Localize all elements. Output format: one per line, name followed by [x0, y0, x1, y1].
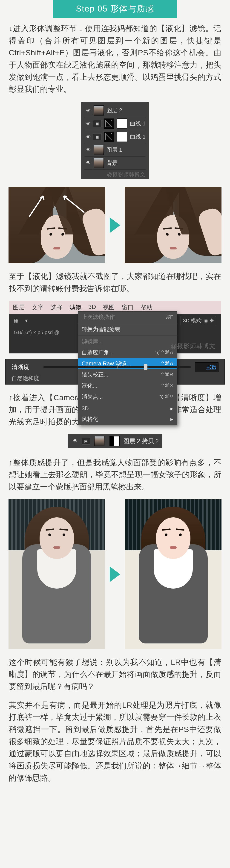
photo-after-full: [125, 499, 222, 649]
layer-name: 曲线 1: [129, 120, 146, 127]
compare-full: [0, 499, 230, 649]
dropdown-item-label: 滤镜库...: [82, 338, 103, 345]
layer-row[interactable]: 👁 图层 2: [84, 104, 146, 117]
clarity-slider[interactable]: [43, 366, 191, 368]
filter-dropdown[interactable]: 上次滤镜操作⌘F转换为智能滤镜滤镜库...自适应广角...て⇧⌘ACamera …: [78, 311, 177, 425]
layer-name: 背景: [106, 159, 146, 167]
dropdown-item-label: 自适应广角...: [82, 349, 114, 356]
dropdown-item-label: 镜头校正...: [82, 371, 108, 378]
layers-panel: 👁 图层 2 👁 ▣ 曲线 1 👁 ▣ 曲线 1 👁 图层 1 👁 背景: [81, 102, 149, 179]
paragraph-1: ↓进入形体调整环节，使用连我妈都知道的【液化】滤镜。记得盖印（合并所有可见图层到…: [0, 22, 230, 95]
dropdown-item: 上次滤镜操作⌘F: [78, 311, 177, 322]
menu-item[interactable]: 图层: [13, 303, 25, 311]
adjustment-icon: ▣: [93, 133, 102, 140]
menu-item[interactable]: 文字: [32, 303, 44, 311]
visibility-icon[interactable]: 👁: [84, 120, 92, 127]
watermark-2: @摄影师韩博文: [171, 342, 216, 350]
shortcut-label: ⇧⌘X: [160, 383, 173, 389]
dropdown-item-label: 上次滤镜操作: [82, 313, 115, 321]
compare-head: [0, 187, 230, 263]
shortcut-label: ⌘F: [165, 314, 173, 320]
layer-row[interactable]: 👁 背景: [84, 157, 146, 170]
paragraph-6: 其实并不是有病，而是最开始的LR处理是为照片打底，就像打底裤一样，毕竟太过于紧绷…: [0, 699, 230, 784]
layer-row[interactable]: 👁 ▣ 曲线 1: [84, 117, 146, 130]
visibility-icon[interactable]: 👁: [84, 160, 92, 166]
layer-row[interactable]: 👁 ▣ 曲线 1: [84, 130, 146, 144]
dropdown-item[interactable]: 风格化: [78, 413, 177, 425]
visibility-icon[interactable]: 👁: [84, 147, 92, 153]
layer-strip-name: 图层 2 拷贝 2: [123, 437, 159, 445]
curves-thumb: [104, 132, 114, 142]
menu-item[interactable]: 选择: [50, 303, 63, 311]
smartfilter-icon: ▣: [82, 438, 90, 445]
layer-thumb: [93, 158, 104, 168]
dropdown-item[interactable]: 液化...⇧⌘X: [78, 380, 177, 391]
layer-name: 曲线 1: [129, 133, 146, 141]
shortcut-label: ⇧⌘R: [160, 372, 173, 378]
layer-name: 图层 1: [106, 146, 146, 154]
paragraph-4: ↑整体质感提升了，但是我感觉人物面部受的影响有点多，不想让她看上去那么硬朗，毕竟…: [0, 457, 230, 493]
menu-item[interactable]: 滤镜: [70, 303, 81, 311]
menu-separator: [78, 403, 177, 403]
layer-thumb: [93, 145, 104, 155]
menu-item[interactable]: 视图: [103, 303, 115, 311]
dropdown-item[interactable]: 镜头校正...⇧⌘R: [78, 369, 177, 380]
dropdown-item[interactable]: 自适应广角...て⇧⌘A: [78, 347, 177, 358]
grid-icon: ▦: [14, 318, 18, 324]
dropdown-item-label: Camera Raw 滤镜...: [82, 360, 131, 367]
dropdown-item[interactable]: 消失点...て⌘V: [78, 391, 177, 402]
layer-name: 图层 2: [106, 107, 146, 114]
menu-item[interactable]: 帮助: [141, 303, 152, 311]
dropdown-item: 滤镜库...: [78, 336, 177, 347]
clarity-value[interactable]: +35: [195, 363, 219, 372]
adjustment-icon: ▣: [93, 120, 102, 127]
pan-icon: ✥: [209, 318, 214, 324]
step-header: Step 05 形体与质感: [53, 0, 177, 18]
mask-thumb: [117, 132, 127, 142]
watermark-1: @摄影师韩博文: [84, 171, 146, 178]
shortcut-label: ⇧⌘A: [160, 361, 173, 367]
dropdown-item-label: 消失点...: [82, 393, 103, 400]
paragraph-2: 至于【液化】滤镜我就不截图了，大家都知道在哪找吧，实在找不到的请转账付费我告诉你…: [0, 270, 230, 294]
visibility-icon[interactable]: 👁: [71, 438, 79, 444]
layer-mask-thumb: [110, 436, 120, 446]
3d-mode-label: 3D 模式:: [183, 317, 202, 324]
layer-row[interactable]: 👁 图层 1: [84, 144, 146, 157]
dropdown-item-label: 风格化: [82, 415, 98, 423]
layer-thumb: [94, 436, 105, 446]
photo-before-full: [8, 499, 105, 649]
shortcut-label: て⌘V: [159, 393, 173, 400]
dropdown-item-label: 液化...: [82, 382, 97, 390]
3d-mode-button[interactable]: 3D 模式: ◎ ✥: [181, 316, 216, 325]
mask-thumb: [117, 119, 127, 129]
visibility-icon[interactable]: 👁: [84, 107, 92, 114]
photo-before-head: [8, 187, 105, 263]
dropdown-item-label: 3D: [82, 405, 89, 412]
menu-separator: [78, 335, 177, 336]
clarity-label: 清晰度: [11, 363, 39, 371]
photo-after-head: [125, 187, 222, 263]
ps-filter-menu: 图层文字选择滤镜3D视图窗口帮助 ▦ ▾ 3D 模式: ◎ ✥ GB/16*) …: [9, 301, 221, 353]
dropdown-item-label: 转换为智能滤镜: [82, 326, 120, 333]
dropdown-item[interactable]: 转换为智能滤镜: [78, 324, 177, 335]
dropdown-item[interactable]: 3D: [78, 403, 177, 413]
menu-item[interactable]: 3D: [88, 303, 96, 311]
paragraph-5: 这个时候可能有猴子想说：别以为我不知道，LR中也有【清晰度】的调节，为什么不在最…: [0, 656, 230, 692]
layer-strip: 👁 ▣ 图层 2 拷贝 2: [68, 434, 163, 448]
layer-thumb: [93, 105, 104, 116]
visibility-icon[interactable]: 👁: [84, 133, 92, 140]
menu-item[interactable]: 窗口: [122, 303, 133, 311]
orbit-icon: ◎: [204, 318, 208, 324]
arrow-icon: [110, 566, 120, 582]
arrow-icon: [110, 217, 120, 233]
curves-thumb: [104, 119, 114, 129]
